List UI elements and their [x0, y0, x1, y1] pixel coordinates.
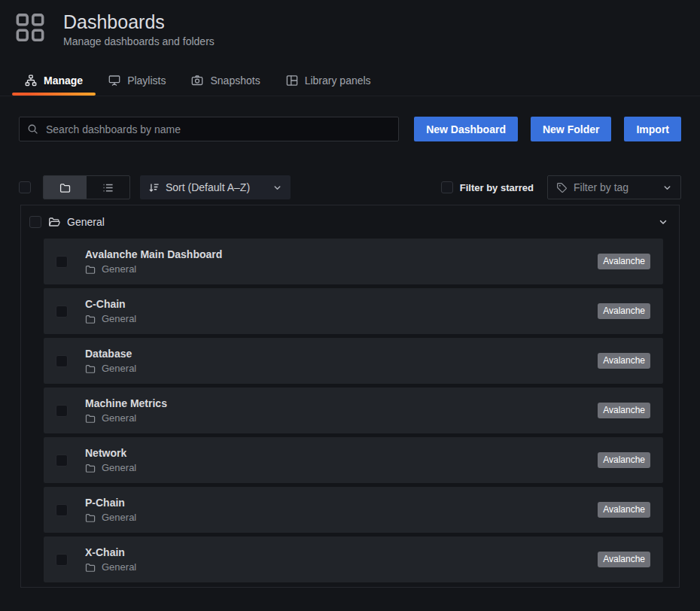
dashboard-title[interactable]: Network — [85, 447, 136, 459]
sort-dropdown[interactable]: Sort (Default A–Z) — [140, 175, 291, 199]
folder-open-icon — [48, 216, 60, 228]
page-header: Dashboards Manage dashboards and folders — [0, 0, 700, 47]
dashboard-folder-label: General — [102, 462, 136, 473]
tag-badge[interactable]: Avalanche — [598, 353, 650, 369]
search-box — [19, 117, 399, 141]
dashboard-row[interactable]: Network General Avalanche — [44, 437, 663, 483]
dashboard-title[interactable]: Machine Metrics — [85, 397, 167, 409]
dashboard-row[interactable]: P-Chain General Avalanche — [44, 487, 663, 533]
camera-icon — [191, 74, 203, 87]
page-subtitle: Manage dashboards and folders — [63, 35, 215, 47]
tab-snapshots[interactable]: Snapshots — [178, 65, 272, 96]
tag-badge[interactable]: Avalanche — [598, 254, 650, 269]
dashboard-list: Avalanche Main Dashboard General Avalanc… — [21, 239, 679, 582]
search-icon — [27, 123, 38, 135]
list-icon — [102, 182, 114, 193]
dashboard-folder-label: General — [102, 412, 136, 424]
dashboard-folder-label: General — [102, 363, 136, 374]
tag-badge[interactable]: Avalanche — [598, 403, 650, 418]
folder-icon — [85, 363, 96, 374]
tab-snapshots-label: Snapshots — [210, 74, 260, 87]
dashboard-title[interactable]: Database — [85, 348, 136, 360]
tab-library-panels[interactable]: Library panels — [273, 65, 384, 96]
search-input[interactable] — [44, 123, 391, 136]
folder-name: General — [67, 216, 105, 228]
folder-icon — [85, 413, 96, 424]
import-button[interactable]: Import — [624, 117, 681, 141]
sort-amount-down-icon — [148, 182, 160, 193]
dashboard-row[interactable]: X-Chain General Avalanche — [44, 537, 663, 582]
chevron-down-icon — [272, 183, 282, 193]
dashboard-title[interactable]: C-Chain — [85, 298, 136, 310]
apps-icon — [15, 12, 45, 44]
row-checkbox[interactable] — [56, 554, 68, 566]
tag-badge[interactable]: Avalanche — [598, 452, 650, 468]
dashboard-folder-label: General — [102, 263, 136, 275]
tab-playlists-label: Playlists — [127, 74, 166, 87]
tab-library-panels-label: Library panels — [305, 74, 371, 87]
tab-manage[interactable]: Manage — [12, 65, 96, 96]
new-dashboard-button[interactable]: New Dashboard — [414, 117, 518, 141]
page-title: Dashboards — [63, 11, 215, 32]
chevron-down-icon[interactable] — [658, 217, 668, 227]
folder-icon — [85, 314, 96, 324]
folder-icon — [85, 264, 96, 275]
dashboard-row[interactable]: Machine Metrics General Avalanche — [44, 388, 663, 433]
dashboard-folder-label: General — [102, 512, 136, 523]
presentation-icon — [108, 74, 120, 87]
actions-row: New Dashboard New Folder Import — [19, 117, 681, 141]
tab-playlists[interactable]: Playlists — [96, 65, 178, 96]
folder-icon — [85, 463, 96, 473]
row-checkbox[interactable] — [56, 355, 68, 367]
tag-icon — [556, 182, 568, 193]
folder-view-button[interactable] — [44, 176, 87, 199]
row-checkbox[interactable] — [56, 405, 68, 417]
sitemap-icon — [25, 74, 37, 87]
folder-icon — [59, 182, 71, 193]
dashboard-title[interactable]: X-Chain — [85, 546, 136, 558]
tag-badge[interactable]: Avalanche — [598, 502, 650, 518]
dashboard-row[interactable]: C-Chain General Avalanche — [44, 288, 663, 334]
filter-tag-placeholder: Filter by tag — [574, 181, 628, 193]
row-checkbox[interactable] — [56, 256, 68, 268]
library-panel-icon — [286, 74, 298, 87]
dashboard-row[interactable]: Database General Avalanche — [44, 338, 663, 384]
filter-tag-dropdown[interactable]: Filter by tag — [547, 175, 681, 199]
view-mode-toggle — [43, 175, 130, 199]
tab-bar: Manage Playlists Snapshots Library — [0, 65, 700, 96]
row-checkbox[interactable] — [56, 504, 68, 516]
tag-badge[interactable]: Avalanche — [598, 303, 650, 319]
select-all-checkbox[interactable] — [19, 181, 31, 193]
tab-manage-label: Manage — [44, 74, 83, 87]
dashboard-title[interactable]: Avalanche Main Dashboard — [85, 248, 222, 260]
dashboard-row[interactable]: Avalanche Main Dashboard General Avalanc… — [44, 239, 663, 284]
chevron-down-icon — [662, 183, 672, 193]
row-checkbox[interactable] — [56, 454, 68, 467]
dashboard-title[interactable]: P-Chain — [85, 497, 136, 509]
row-checkbox[interactable] — [56, 306, 68, 318]
filter-starred-checkbox[interactable] — [441, 181, 453, 193]
new-folder-button[interactable]: New Folder — [531, 117, 611, 141]
dashboard-folder-label: General — [102, 561, 136, 573]
folder-icon — [85, 512, 96, 523]
filter-starred-label[interactable]: Filter by starred — [460, 182, 534, 193]
tag-badge[interactable]: Avalanche — [598, 552, 650, 567]
folder-checkbox[interactable] — [29, 216, 41, 228]
sort-dropdown-value: Sort (Default A–Z) — [166, 181, 250, 193]
folder-section-general[interactable]: General — [21, 205, 679, 239]
folder-icon — [85, 562, 96, 573]
list-view-button[interactable] — [87, 176, 129, 199]
dashboard-folder-label: General — [102, 313, 136, 324]
toolbar: Sort (Default A–Z) Filter by starred Fil… — [19, 175, 681, 199]
search-results-container: General Avalanche Main Dashboard General… — [20, 205, 680, 588]
